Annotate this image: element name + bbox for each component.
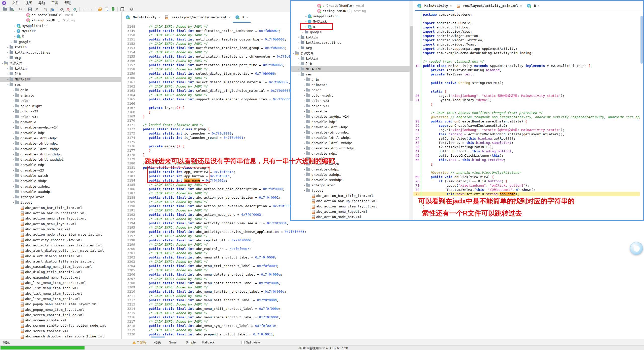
expand-arrow-icon[interactable]: ▸ — [12, 110, 15, 113]
tree-item-abc_list_menu_item_layout.xml[interactable]: abc_list_menu_item_layout.xml — [0, 291, 121, 296]
expand-arrow-icon[interactable]: ▸ — [304, 15, 308, 18]
tree-item-drawable[interactable]: ▸drawable — [0, 119, 121, 125]
expand-arrow-icon[interactable]: ▸ — [12, 105, 15, 107]
expand-arrow-icon[interactable]: ▸ — [12, 148, 15, 150]
tree-item-abc_dialog_title_material.xml[interactable]: abc_dialog_title_material.xml — [0, 269, 121, 275]
tree-item-abc_action_mode_bar.xml[interactable]: abc_action_mode_bar.xml — [0, 227, 121, 232]
right-editor-vscrollbar-thumb[interactable] — [640, 16, 643, 64]
expand-arrow-icon[interactable]: ▸ — [303, 94, 306, 97]
tree-item-drawable-anydpi-v24[interactable]: ▸drawable-anydpi-v24 — [291, 114, 410, 119]
expand-arrow-icon[interactable]: ▸ — [303, 142, 306, 144]
tree-item-drawable-hdpi[interactable]: ▸drawable-hdpi — [291, 119, 410, 124]
expand-arrow-icon[interactable]: ▸ — [303, 120, 306, 123]
tree-item-color[interactable]: ▸color — [0, 98, 121, 103]
expand-arrow-icon[interactable]: ▸ — [12, 158, 15, 161]
expand-arrow-icon[interactable]: ▸ — [303, 105, 306, 107]
tree-item-drawable-anydpi-v24[interactable]: ▸drawable-anydpi-v24 — [0, 125, 121, 130]
expand-arrow-icon[interactable]: ▸ — [303, 147, 306, 150]
tree-item-drawable-v23[interactable]: ▸drawable-v23 — [0, 168, 121, 173]
tree-item-abc_action_mode_close_item_material.xml[interactable]: abc_action_mode_close_item_material.xml — [0, 232, 121, 237]
tree-item-abc_alert_dialog_button_bar_material.xml[interactable]: abc_alert_dialog_button_bar_material.xml — [0, 248, 121, 253]
expand-arrow-icon[interactable]: ▸ — [12, 185, 15, 188]
close-icon[interactable]: × — [538, 4, 540, 8]
flatten-packages-icon[interactable]: ⇆ — [43, 7, 49, 12]
expand-arrow-icon[interactable]: ▾ — [6, 83, 10, 86]
tree-item-MyClick[interactable]: ▸cMyClick — [0, 28, 121, 34]
expand-arrow-icon[interactable]: ▸ — [297, 68, 301, 70]
expand-arrow-icon[interactable]: ▸ — [6, 67, 10, 70]
find-class-icon[interactable] — [65, 7, 71, 12]
expand-arrow-icon[interactable]: ▸ — [12, 137, 15, 140]
preferences-wrench-icon[interactable]: ⚙ — [128, 7, 135, 12]
tree-item-abc_action_menu_item_layout.xml[interactable]: abc_action_menu_item_layout.xml — [0, 216, 121, 221]
expand-arrow-icon[interactable]: ▸ — [303, 126, 306, 128]
expand-arrow-icon[interactable]: ▸ — [303, 89, 306, 92]
expand-arrow-icon[interactable]: ▸ — [303, 136, 306, 139]
tree-item-color-night[interactable]: ▸color-night — [0, 103, 121, 109]
expand-arrow-icon[interactable]: ▸ — [12, 169, 15, 172]
tree-item-anim[interactable]: ▸anim — [291, 77, 410, 82]
tree-item-drawable-ldrtl-xxxhdpi[interactable]: ▸drawable-ldrtl-xxxhdpi — [291, 146, 410, 151]
tab-fallback[interactable]: Fallback — [202, 340, 214, 344]
tree-item-google[interactable]: ▸google — [291, 29, 410, 35]
close-icon[interactable]: × — [450, 4, 452, 8]
expand-arrow-icon[interactable]: ▸ — [12, 89, 15, 91]
project-tree[interactable]: monCreate(Bundle)voidmstringFromJNI()Str… — [0, 12, 122, 339]
right-code-area[interactable]: package com.example.demo;import android.… — [413, 11, 643, 220]
tree-item-abc_list_menu_item_radio.xml[interactable]: abc_list_menu_item_radio.xml — [0, 296, 121, 301]
menu-item[interactable]: 导航 — [35, 0, 48, 6]
expand-arrow-icon[interactable]: ▸ — [6, 78, 10, 81]
expand-arrow-icon[interactable]: ▸ — [12, 153, 15, 156]
tree-item-org[interactable]: ▸org — [291, 45, 410, 51]
tree-item-color-v23[interactable]: ▸color-v23 — [0, 109, 121, 114]
tree-item-myApplication[interactable]: ▸cmyApplication — [291, 14, 410, 19]
tree-item-drawable-hdpi[interactable]: ▸drawable-hdpi — [0, 130, 121, 136]
log-viewer-icon[interactable] — [119, 7, 126, 12]
warning-count[interactable]: 7 警告 — [137, 340, 146, 345]
back-icon[interactable]: ← — [81, 7, 87, 12]
menu-item[interactable]: 视图 — [22, 0, 35, 6]
tree-item-META-INF[interactable]: ▸META-INF — [0, 77, 121, 82]
add-files-icon[interactable]: + — [8, 7, 15, 12]
expand-arrow-icon[interactable]: ▸ — [303, 83, 306, 86]
tree-item-abc_list_menu_item_icon.xml[interactable]: abc_list_menu_item_icon.xml — [0, 285, 121, 291]
expand-arrow-icon[interactable]: ▸ — [303, 168, 306, 171]
tree-item-abc_activity_chooser_view_list_item.xml[interactable]: abc_activity_chooser_view_list_item.xml — [0, 243, 121, 248]
tree-item-org[interactable]: ▸org — [0, 55, 121, 60]
tab-simple[interactable]: Simple — [186, 340, 196, 344]
expand-arrow-icon[interactable]: ▸ — [12, 126, 15, 129]
tree-item-lib[interactable]: ▸lib — [0, 71, 121, 76]
tree-item-abc_expanded_menu_layout.xml[interactable]: abc_expanded_menu_layout.xml — [0, 275, 121, 280]
tab-smali[interactable]: Smali — [169, 340, 177, 344]
expand-arrow-icon[interactable]: ▸ — [303, 184, 306, 187]
tree-item-drawable-mdpi[interactable]: ▸drawable-mdpi — [0, 162, 121, 167]
debug-icon[interactable] — [110, 7, 116, 12]
editor-tab-R[interactable]: cR× — [525, 1, 542, 11]
expand-arrow-icon[interactable]: ▾ — [12, 201, 15, 204]
tree-item-drawable-xxhdpi[interactable]: ▸drawable-xxhdpi — [291, 172, 410, 177]
open-file-icon[interactable] — [2, 7, 8, 12]
tree-item-kotlin[interactable]: ▸kotlin — [0, 66, 121, 71]
find-usage-icon[interactable] — [71, 7, 78, 12]
expand-arrow-icon[interactable]: ▸ — [297, 62, 301, 65]
expand-arrow-icon[interactable]: ▸ — [12, 174, 15, 177]
expand-arrow-icon[interactable]: ▾ — [297, 73, 301, 76]
menu-item[interactable]: 帮助 — [61, 0, 74, 6]
expand-arrow-icon[interactable]: ▸ — [12, 180, 15, 182]
tree-item-abc_action_bar_up_container.xml[interactable]: abc_action_bar_up_container.xml — [0, 210, 121, 216]
expand-arrow-icon[interactable]: ▸ — [10, 40, 14, 43]
expand-arrow-icon[interactable]: ▾ — [292, 52, 295, 55]
tree-item-drawable-ldrtl-hdpi[interactable]: ▸drawable-ldrtl-hdpi — [0, 136, 121, 141]
tree-item-abc_alert_dialog_title_material.xml[interactable]: abc_alert_dialog_title_material.xml — [0, 259, 121, 264]
expand-arrow-icon[interactable]: ▾ — [303, 189, 306, 192]
expand-arrow-icon[interactable]: ▸ — [13, 24, 17, 27]
expand-arrow-icon[interactable]: ▸ — [13, 30, 17, 32]
tree-item-kotlinx.coroutines[interactable]: ▸kotlinx.coroutines — [291, 40, 410, 45]
tree-item-drawable-ldrtl-xxhdpi[interactable]: ▸drawable-ldrtl-xxhdpi — [0, 152, 121, 157]
split-view-checkbox[interactable] — [241, 341, 245, 344]
tree-item-abc_action_menu_layout.xml[interactable]: abc_action_menu_layout.xml — [0, 221, 121, 227]
tree-item-abc_action_menu_item_layout.xml[interactable]: abc_action_menu_item_layout.xml — [291, 204, 410, 209]
tree-item-onCreateBundle[interactable]: monCreate(Bundle)void — [0, 12, 121, 18]
quick-commands-icon[interactable] — [103, 7, 110, 12]
tree-item-animator[interactable]: ▸animator — [0, 93, 121, 98]
